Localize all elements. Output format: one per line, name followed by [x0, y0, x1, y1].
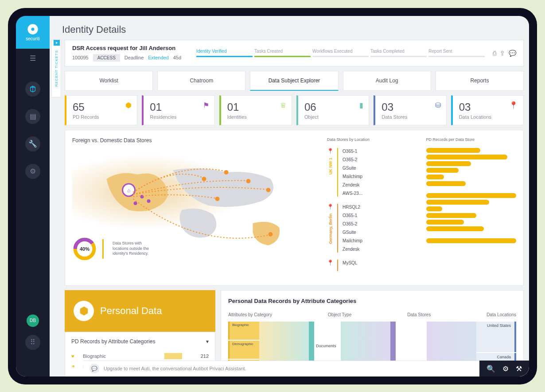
bars-col: PD Records per Data Store [426, 137, 516, 278]
ds-item[interactable]: O365-2 [343, 156, 417, 163]
category-icon: ♥ [71, 353, 78, 359]
ds-item[interactable]: AWS-23... [343, 190, 417, 197]
ds-item[interactable]: Mailchimp [343, 173, 417, 180]
tabs-row: Worklist Chatroom Data Subject Explorer … [65, 71, 524, 91]
chat-icon[interactable]: 💬 [90, 364, 99, 373]
datastores-col: Data Stores by Location 📍UK NW 1O365-1O3… [327, 137, 417, 278]
sliders-icon[interactable]: ⚙ [502, 365, 509, 373]
main-content: Identity Details ▸ RECENT TICKETS DSR Ac… [50, 16, 529, 376]
nav-apps-icon[interactable]: ⠿ [25, 335, 40, 350]
ds-group: 📍MySQL [327, 260, 417, 271]
world-map[interactable]: ⌂ [72, 148, 318, 259]
ds-item[interactable]: Zendesk [343, 246, 417, 252]
ds-item[interactable]: HRSQL2 [343, 204, 417, 210]
ds-item[interactable]: O365-1 [343, 148, 417, 155]
nav-cube-icon[interactable] [25, 82, 40, 97]
category-value: 212 [187, 353, 209, 359]
brand-logo[interactable]: securiti [16, 16, 50, 49]
ds-item[interactable]: MySQL [343, 260, 417, 266]
region-label: Germany, Berlin [328, 212, 333, 246]
ds-item[interactable]: GSuite [343, 165, 417, 171]
share-icon[interactable]: ⇪ [500, 50, 505, 57]
stat-data-locations[interactable]: 03Data Locations📍 [451, 95, 524, 125]
pd-subtitle-row[interactable]: PD Records by Attribute Categories ▾ [71, 338, 209, 345]
tab-chatroom[interactable]: Chatroom [157, 71, 245, 91]
svg-point-12 [266, 188, 271, 192]
hammer-icon[interactable]: ⚒ [516, 365, 522, 373]
stat-pd-records[interactable]: 65PD Records⬢ [65, 95, 137, 125]
map-title: Foreign vs. Domestic Data Stores [72, 137, 318, 144]
ds-item[interactable]: Mailchimp [343, 237, 417, 244]
nav-wrench-icon[interactable]: 🔧 [25, 136, 40, 151]
svg-point-1 [31, 28, 35, 31]
bar [426, 193, 516, 198]
app-screen: securiti ☰ ▤ 🔧 ⚙ DB ⠿ Identity Details ▸… [16, 16, 529, 376]
map-card: Foreign vs. Domestic Data Stores ⌂ [65, 130, 524, 286]
dsr-title: DSR Access request for Jill Anderson [72, 45, 181, 51]
dsr-id: 100095 [72, 55, 89, 60]
map-left: Foreign vs. Domestic Data Stores ⌂ [72, 137, 318, 278]
region-label: UK NW 1 [328, 156, 333, 176]
pd-title: Personal Data [100, 305, 162, 317]
sankey-title: Personal Data Records by Attribute Categ… [228, 298, 516, 304]
bar [426, 175, 444, 179]
dsr-actions: ⎙ ⇪ 💬 [493, 50, 516, 57]
hexagon-icon: ⬢ [74, 301, 94, 321]
svg-point-5 [147, 199, 151, 203]
pin-icon: 📍 [327, 148, 334, 154]
ds-item[interactable]: GSuite [343, 229, 417, 236]
stats-row: 65PD Records⬢ 01Residencies⚑ 01Identitie… [65, 95, 524, 125]
svg-point-9 [246, 179, 251, 183]
map-right: Data Stores by Location 📍UK NW 1O365-1O3… [327, 137, 516, 278]
tab-reports[interactable]: Reports [436, 71, 524, 91]
ds-list: HRSQL2O365-1O365-2GSuiteMailchimpZendesk [337, 204, 417, 252]
content-area: ▸ RECENT TICKETS DSR Access request for … [50, 40, 529, 376]
tab-data-subject-explorer[interactable]: Data Subject Explorer [250, 71, 338, 91]
stat-identities[interactable]: 01Identities♕ [219, 95, 292, 125]
category-icon: ⚭ [71, 364, 78, 369]
nav-grid-icon[interactable]: ▤ [25, 109, 40, 124]
ds-item[interactable]: O365-1 [343, 212, 417, 219]
ds-group: 📍UK NW 1O365-1O365-2GSuiteMailchimpZende… [327, 148, 417, 197]
pin-icon: 📍 [509, 101, 518, 109]
comment-icon[interactable]: 💬 [509, 50, 516, 57]
user-avatar[interactable]: DB [27, 314, 39, 327]
bar [426, 238, 516, 243]
search-icon[interactable]: 🔍 [487, 365, 495, 373]
bar [426, 226, 484, 231]
bar [426, 213, 477, 218]
stat-data-stores[interactable]: 03Data Stores⛁ [374, 95, 446, 125]
bar [426, 200, 489, 205]
category-bar [164, 353, 182, 359]
chevron-down-icon[interactable]: ▾ [206, 338, 209, 345]
progress-step: Report Sent [428, 49, 487, 57]
pin-icon: 📍 [327, 204, 334, 210]
sidebar-bottom: DB ⠿ [25, 314, 40, 350]
nav-icons: ▤ 🔧 ⚙ [25, 82, 40, 179]
col-header: Data Stores by Location [327, 137, 417, 142]
bar [426, 206, 443, 211]
recent-tickets-toggle[interactable]: ▸ RECENT TICKETS [51, 40, 61, 97]
col-header: PD Records per Data Store [426, 137, 516, 142]
stat-object[interactable]: 06Object▮ [296, 95, 369, 125]
nav-gear-icon[interactable]: ⚙ [25, 164, 40, 179]
page-title: Identity Details [50, 16, 529, 40]
progress-step: Tasks Created [254, 49, 312, 57]
download-icon[interactable]: ⎙ [493, 50, 496, 57]
bar [426, 220, 464, 225]
access-badge: ACCESS [93, 54, 120, 62]
ds-item[interactable]: Zendesk [343, 182, 417, 188]
progress-step: Identity Verified [196, 49, 254, 57]
hamburger-icon[interactable]: ☰ [16, 49, 50, 68]
chevron-right-icon[interactable]: ▸ [54, 40, 60, 46]
footer-bar: 💬 Upgrade to meet Auti, the conversation… [83, 361, 529, 376]
progress-step: Tasks Completed [370, 49, 428, 57]
barcode-icon: ▮ [359, 101, 363, 109]
stat-residencies[interactable]: 01Residencies⚑ [142, 95, 214, 125]
ds-item[interactable]: O365-2 [343, 221, 417, 227]
dsr-meta: 100095 ACCESS Deadline Extended 45d [72, 54, 181, 62]
dsr-progress: Identity Verified Tasks Created Workflow… [196, 49, 487, 57]
tab-audit-log[interactable]: Audit Log [343, 71, 431, 91]
pd-row[interactable]: ♥Biographic212 [71, 351, 209, 361]
tab-worklist[interactable]: Worklist [65, 71, 153, 91]
